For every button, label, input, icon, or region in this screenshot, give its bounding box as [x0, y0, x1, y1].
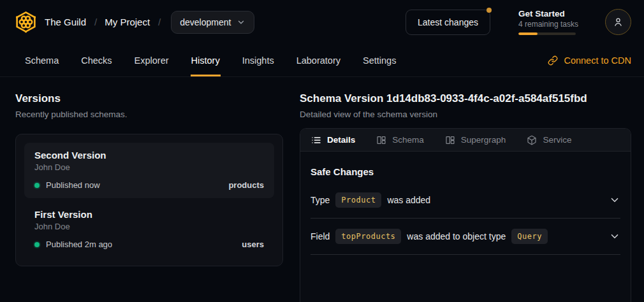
versions-subtitle: Recently published schemas.: [15, 110, 283, 119]
detail-tab-label: Supergraph: [461, 135, 506, 145]
target-nav: Schema Checks Explorer History Insights …: [0, 44, 644, 77]
detail-tab-service[interactable]: Service: [527, 135, 571, 145]
detail-tabbar: Details Schema Supergraph: [300, 129, 631, 152]
version-name: First Version: [34, 209, 264, 220]
version-detail-panel: Details Schema Supergraph: [300, 128, 631, 302]
published-status-dot: [34, 242, 40, 247]
person-icon: [613, 17, 624, 27]
detail-tab-schema[interactable]: Schema: [376, 135, 424, 145]
schema-version-subtitle: Detailed view of the schema version: [300, 110, 631, 119]
tab-insights[interactable]: Insights: [242, 44, 275, 76]
change-text: Type: [311, 195, 330, 205]
code-badge: Product: [335, 192, 381, 208]
detail-tab-supergraph[interactable]: Supergraph: [445, 135, 506, 145]
change-row-field-added[interactable]: Field topProducts was added to object ty…: [311, 219, 620, 255]
change-text: was added to object type: [407, 231, 506, 241]
breadcrumb-separator: /: [94, 17, 97, 27]
schema-version-title: Schema Version 1d14db83-0933-4f4c-a02f-a…: [300, 92, 631, 106]
versions-title: Versions: [15, 92, 283, 106]
version-service: products: [228, 180, 264, 190]
notification-dot: [487, 8, 492, 13]
change-text: was added: [387, 195, 430, 205]
version-meta: Published 2m ago users: [34, 240, 264, 249]
user-avatar[interactable]: [605, 9, 631, 35]
latest-changes-label: Latest changes: [418, 17, 478, 27]
get-started-progress-track: [518, 32, 576, 35]
code-badge: topProducts: [335, 229, 401, 244]
progress-fill: [518, 32, 538, 35]
version-status: Published now: [46, 180, 100, 190]
version-status: Published 2m ago: [46, 240, 112, 249]
app-header: The Guild / My Project / development Lat…: [0, 0, 644, 77]
link-icon: [548, 55, 558, 66]
tab-schema[interactable]: Schema: [24, 44, 59, 76]
connect-to-cdn-label: Connect to CDN: [564, 55, 631, 66]
get-started-title: Get Started: [518, 9, 577, 20]
change-row-type-added[interactable]: Type Product was added: [311, 182, 620, 219]
versions-section: Versions Recently published schemas. Sec…: [15, 92, 283, 302]
version-author: John Doe: [34, 162, 264, 172]
breadcrumb-project[interactable]: My Project: [105, 17, 150, 27]
change-text: Field: [311, 231, 330, 241]
chevron-down-icon: [237, 18, 245, 27]
version-meta: Published now products: [34, 180, 264, 190]
code-badge: Query: [511, 229, 548, 244]
detail-content: Safe Changes Type Product was added Fiel…: [300, 152, 631, 255]
detail-tab-label: Details: [327, 135, 355, 145]
get-started-subtitle: 4 remaining tasks: [518, 20, 577, 29]
layout-icon: [445, 135, 455, 145]
detail-tab-label: Schema: [392, 135, 424, 145]
versions-card: Second Version John Doe Published now pr…: [15, 134, 283, 266]
guild-logo-icon[interactable]: [14, 10, 38, 34]
tab-checks[interactable]: Checks: [80, 44, 112, 76]
detail-tab-label: Service: [543, 135, 571, 145]
tab-settings[interactable]: Settings: [362, 44, 397, 76]
chevron-down-icon[interactable]: [609, 194, 620, 206]
schema-version-section: Schema Version 1d14db83-0933-4f4c-a02f-a…: [300, 92, 631, 302]
version-author: John Doe: [34, 222, 264, 231]
published-status-dot: [34, 183, 40, 188]
cube-icon: [527, 135, 537, 145]
header-right: Latest changes Get Started 4 remaining t…: [406, 9, 631, 36]
main-content: Versions Recently published schemas. Sec…: [0, 77, 644, 302]
get-started-widget[interactable]: Get Started 4 remaining tasks: [518, 9, 577, 36]
version-service: users: [242, 240, 264, 249]
version-name: Second Version: [34, 150, 264, 161]
safe-changes-title: Safe Changes: [311, 166, 620, 177]
latest-changes-button[interactable]: Latest changes: [406, 10, 490, 35]
header-top: The Guild / My Project / development Lat…: [0, 0, 644, 44]
target-selector-value: development: [180, 17, 231, 27]
tab-laboratory[interactable]: Laboratory: [296, 44, 341, 76]
list-icon: [311, 135, 321, 145]
detail-tab-details[interactable]: Details: [311, 135, 355, 145]
connect-to-cdn-link[interactable]: Connect to CDN: [548, 44, 631, 76]
layout-icon: [376, 135, 386, 145]
version-item-first[interactable]: First Version John Doe Published 2m ago …: [24, 202, 274, 257]
chevron-down-icon[interactable]: [609, 231, 620, 242]
tab-explorer[interactable]: Explorer: [134, 44, 170, 76]
breadcrumb-org[interactable]: The Guild: [45, 17, 86, 27]
version-item-second[interactable]: Second Version John Doe Published now pr…: [24, 143, 274, 198]
target-selector[interactable]: development: [171, 11, 254, 34]
breadcrumb-separator: /: [158, 17, 161, 27]
tab-history[interactable]: History: [191, 44, 221, 76]
